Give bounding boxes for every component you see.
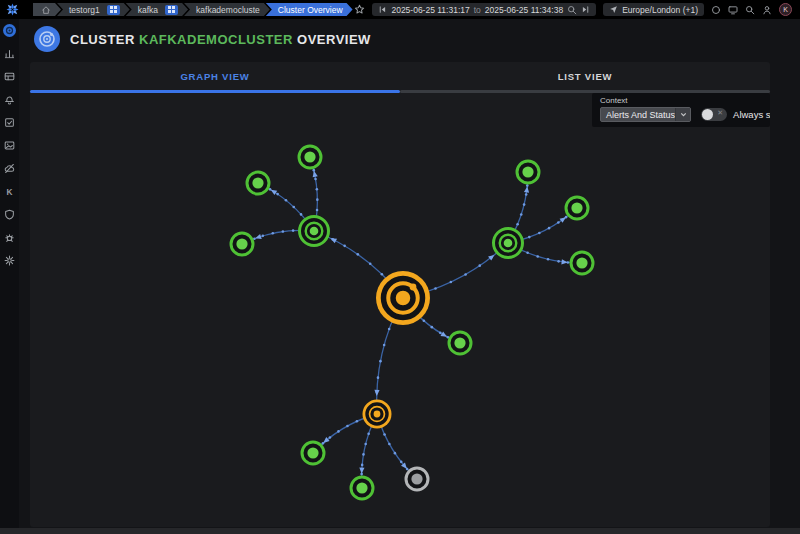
- debug-bug-icon: [4, 232, 15, 243]
- cluster-topology-graph[interactable]: [30, 93, 770, 527]
- edge-particle: [316, 209, 319, 212]
- edge-particle: [292, 229, 295, 232]
- sidebar-item-security-shield[interactable]: [3, 208, 16, 221]
- time-range-picker[interactable]: 2025-06-25 11:31:17 to 2025-06-25 11:34:…: [372, 3, 596, 16]
- graph-node-leaf-nw3[interactable]: [231, 233, 253, 255]
- graph-node-leaf-ne1[interactable]: [517, 161, 539, 183]
- tab-graph-view[interactable]: GRAPH VIEW: [30, 62, 400, 90]
- edge-particle: [262, 235, 265, 238]
- edge-particle: [316, 198, 319, 201]
- sidebar-item-settings-gear[interactable]: [3, 254, 16, 267]
- location-arrow-icon: [609, 5, 618, 14]
- edge-particle: [538, 232, 541, 235]
- breadcrumb-item[interactable]: kafkademocluste: [184, 3, 270, 16]
- star-icon[interactable]: [354, 4, 365, 15]
- breadcrumb-item[interactable]: Cluster Overview: [266, 3, 353, 16]
- graph-node-leaf-s3[interactable]: [406, 468, 428, 490]
- skip-forward-icon[interactable]: [581, 5, 590, 14]
- graph-node-leaf-s2[interactable]: [351, 477, 373, 499]
- graph-node-leaf-nw2[interactable]: [247, 172, 269, 194]
- time-range-to: 2025-06-25 11:34:38: [485, 5, 563, 15]
- time-range-separator: to: [474, 5, 481, 15]
- panels-icon: [4, 71, 15, 82]
- graph-node-leaf-c1[interactable]: [449, 332, 471, 354]
- graph-canvas[interactable]: Context Alerts And Status ✕ Always show …: [30, 93, 770, 527]
- avatar[interactable]: K: [779, 3, 792, 16]
- edge-particle: [439, 332, 442, 335]
- sidebar-item-cloud[interactable]: [3, 162, 16, 175]
- edge-arrow-icon: [255, 234, 262, 239]
- tab-list-view[interactable]: LIST VIEW: [400, 62, 770, 90]
- breadcrumb-label: Cluster Overview: [278, 5, 343, 15]
- sidebar-item-app-cluster-active[interactable]: [3, 24, 16, 37]
- edge-particle: [478, 264, 481, 267]
- graph-node-hub-ne[interactable]: [494, 229, 523, 258]
- edge-arrow-icon: [374, 390, 379, 396]
- sidebar-item-alerts-bell[interactable]: [3, 93, 16, 106]
- edge-particle: [388, 328, 391, 331]
- sidebar-item-kafka-k[interactable]: K: [3, 185, 16, 198]
- context-select[interactable]: Alerts And Status: [600, 107, 691, 122]
- breadcrumb-item[interactable]: kafka: [126, 3, 188, 16]
- sidebar-item-panels[interactable]: [3, 70, 16, 83]
- edge-particle: [557, 221, 560, 224]
- zoom-out-icon[interactable]: [567, 5, 577, 15]
- security-shield-icon: [4, 209, 15, 220]
- timezone-picker[interactable]: Europe/London (+1): [603, 3, 704, 16]
- graph-node-hub-s[interactable]: [363, 400, 392, 429]
- page-header: CLUSTER KAFKADEMOCLUSTER OVERVIEW: [34, 26, 371, 52]
- time-range-from: 2025-06-25 11:31:17: [391, 5, 469, 15]
- dashboard-grid-icon[interactable]: [107, 5, 120, 15]
- sidebar-item-tasks-check[interactable]: [3, 116, 16, 129]
- app-logo-icon[interactable]: [6, 3, 19, 16]
- edge-arrow-icon: [359, 467, 364, 473]
- main-content: CLUSTER KAFKADEMOCLUSTER OVERVIEW GRAPH …: [19, 19, 800, 528]
- context-select-value: Alerts And Status: [601, 110, 675, 120]
- sidebar-item-charts[interactable]: [3, 47, 16, 60]
- overview-panel: GRAPH VIEW LIST VIEW Context Alerts And …: [30, 62, 770, 527]
- edge-particle: [526, 251, 529, 254]
- svg-text:K: K: [7, 188, 13, 197]
- graph-node-leaf-nw1[interactable]: [299, 146, 321, 168]
- skip-back-icon[interactable]: [378, 5, 387, 14]
- breadcrumb-home[interactable]: [33, 3, 61, 16]
- graph-node-hub-nw[interactable]: [300, 217, 329, 246]
- edge-particle: [450, 281, 453, 284]
- graph-node-leaf-ne2[interactable]: [566, 197, 588, 219]
- breadcrumb-item[interactable]: testorg1: [57, 3, 130, 16]
- breadcrumb: testorg1kafkakafkademoclusteCluster Over…: [33, 3, 353, 16]
- dashboard-grid-icon[interactable]: [165, 5, 178, 15]
- timezone-label: Europe/London (+1): [622, 5, 698, 15]
- user-icon[interactable]: [762, 5, 772, 15]
- edge-particle: [383, 433, 386, 436]
- breadcrumb-label: kafkademocluste: [196, 5, 260, 15]
- tasks-check-icon: [4, 117, 15, 128]
- graph-node-cluster[interactable]: [376, 271, 430, 325]
- cluster-app-icon: [34, 26, 60, 52]
- edge-particle: [346, 425, 349, 428]
- search-icon[interactable]: [745, 5, 755, 15]
- display-icon[interactable]: [728, 5, 738, 15]
- circle-icon[interactable]: [711, 5, 721, 15]
- edge-particle: [343, 245, 346, 248]
- edge-particle: [520, 213, 523, 216]
- top-navigation-bar: testorg1kafkakafkademoclusteCluster Over…: [0, 0, 800, 19]
- graph-node-leaf-s1[interactable]: [302, 442, 324, 464]
- graph-node-leaf-ne3[interactable]: [571, 252, 593, 274]
- tooltips-toggle[interactable]: ✕: [701, 108, 727, 121]
- context-controls: Context Alerts And Status ✕ Always show …: [592, 93, 770, 127]
- edge-particle: [282, 230, 285, 233]
- chevron-down-icon[interactable]: [675, 108, 690, 121]
- edge-particle: [383, 344, 386, 347]
- edge-arrow-icon: [271, 190, 277, 195]
- edge-particle: [388, 443, 391, 446]
- toggle-off-x-icon: ✕: [717, 109, 723, 117]
- sidebar-item-media-image[interactable]: [3, 139, 16, 152]
- edge-particle: [400, 461, 403, 464]
- edge-particle: [434, 287, 437, 290]
- left-sidebar: K: [0, 19, 19, 528]
- kafka-k-icon: K: [4, 186, 15, 197]
- sidebar-item-debug-bug[interactable]: [3, 231, 16, 244]
- media-image-icon: [4, 140, 15, 151]
- breadcrumb-label: kafka: [138, 5, 158, 15]
